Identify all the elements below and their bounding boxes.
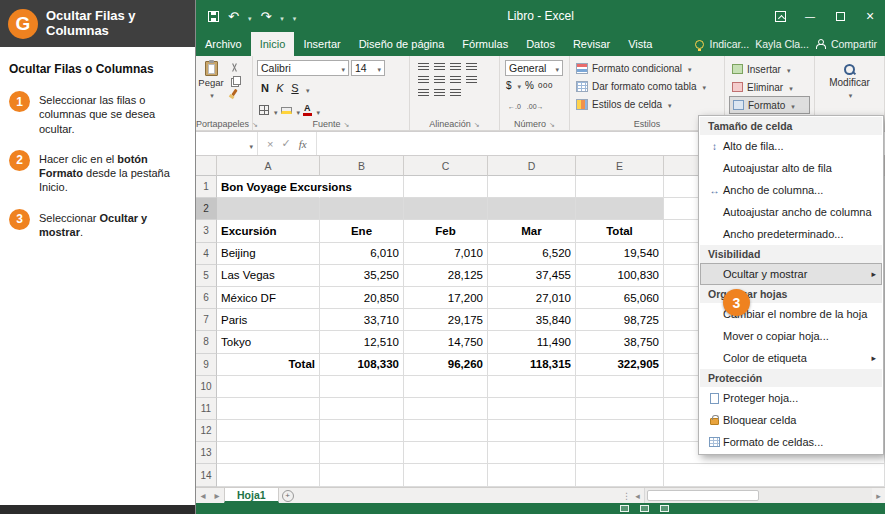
row-header-4[interactable]: 4: [196, 243, 217, 265]
row-header-9[interactable]: 9: [196, 354, 217, 376]
undo-icon[interactable]: [228, 7, 239, 25]
close-icon[interactable]: [855, 0, 885, 32]
cell-C14[interactable]: [404, 464, 488, 486]
currency-icon[interactable]: $: [506, 80, 512, 91]
menu-item-ancho-de-columna[interactable]: Ancho de columna...: [700, 179, 882, 201]
decrease-decimal-icon[interactable]: [527, 95, 544, 113]
font-size-select[interactable]: 14: [351, 60, 385, 76]
cell-C11[interactable]: [404, 398, 488, 420]
ribbon-options-icon[interactable]: [765, 0, 795, 32]
borders-caret-icon[interactable]: [272, 101, 278, 119]
cell-A12[interactable]: [217, 420, 320, 442]
hscroll-left-icon[interactable]: [631, 488, 644, 503]
cell-C13[interactable]: [404, 442, 488, 464]
cell-E10[interactable]: [576, 376, 664, 398]
cell-C9[interactable]: 96,260: [404, 354, 488, 376]
menu-item-autoajustar-alto-de-fila[interactable]: Autoajustar alto de fila: [700, 157, 882, 179]
align-bottom-icon[interactable]: [450, 63, 461, 72]
cell-E7[interactable]: 98,725: [576, 309, 664, 331]
page-layout-view-icon[interactable]: [640, 505, 649, 512]
cell-A8[interactable]: Tokyo: [217, 331, 320, 353]
menu-item-mover-o-copiar-hoja[interactable]: Mover o copiar hoja...: [700, 325, 882, 347]
insert-function-icon[interactable]: [299, 138, 307, 150]
merge-center-icon[interactable]: [450, 89, 461, 98]
cell-C4[interactable]: 7,010: [404, 243, 488, 265]
sheet-nav-left-icon[interactable]: [196, 488, 210, 503]
cell-B2[interactable]: [320, 198, 404, 220]
menu-item-ancho-predeterminado[interactable]: Ancho predeterminado...: [700, 223, 882, 245]
cell-A14[interactable]: [217, 464, 320, 486]
dialog-launcher-icon[interactable]: [471, 119, 480, 129]
cell-A2[interactable]: [217, 198, 320, 220]
cell-D2[interactable]: [488, 198, 576, 220]
cell-D10[interactable]: [488, 376, 576, 398]
increase-indent-icon[interactable]: [434, 89, 445, 98]
cell-C12[interactable]: [404, 420, 488, 442]
fill-caret-icon[interactable]: [295, 101, 301, 119]
menu-item-color-de-etiqueta[interactable]: Color de etiqueta: [700, 347, 882, 369]
cell-A10[interactable]: [217, 376, 320, 398]
share-button[interactable]: Compartir: [831, 38, 877, 50]
tab-formulas[interactable]: Fórmulas: [453, 32, 517, 56]
col-header-A[interactable]: A: [217, 156, 320, 176]
cell-B4[interactable]: 6,010: [320, 243, 404, 265]
cell-D12[interactable]: [488, 420, 576, 442]
tab-datos[interactable]: Datos: [517, 32, 564, 56]
cell-A13[interactable]: [217, 442, 320, 464]
cell-B11[interactable]: [320, 398, 404, 420]
fill-color-icon[interactable]: [281, 107, 292, 114]
redo-icon[interactable]: [260, 7, 271, 25]
format-button[interactable]: Formato: [729, 96, 810, 114]
conditional-formatting-button[interactable]: Formato condicional: [570, 59, 724, 77]
borders-icon[interactable]: [259, 105, 269, 115]
font-color-caret-icon[interactable]: [315, 101, 321, 119]
cell-E6[interactable]: 65,060: [576, 287, 664, 309]
cell-E11[interactable]: [576, 398, 664, 420]
cell-D3[interactable]: Mar: [488, 220, 576, 242]
align-right-icon[interactable]: [450, 76, 461, 85]
delete-cells-button[interactable]: Eliminar: [729, 78, 810, 96]
row-header-7[interactable]: 7: [196, 309, 217, 331]
tab-inicio[interactable]: Inicio: [251, 32, 295, 56]
cell-E14[interactable]: [576, 464, 664, 486]
tab-revisar[interactable]: Revisar: [564, 32, 619, 56]
name-box[interactable]: [196, 132, 258, 155]
menu-item-bloquear-celda[interactable]: Bloquear celda: [700, 409, 882, 431]
horizontal-scrollbar[interactable]: [644, 488, 872, 503]
tab-diseno-de-pagina[interactable]: Diseño de página: [350, 32, 454, 56]
row-header-12[interactable]: 12: [196, 420, 217, 442]
row-header-13[interactable]: 13: [196, 442, 217, 464]
italic-button[interactable]: K: [274, 82, 286, 94]
cell-B5[interactable]: 35,250: [320, 265, 404, 287]
percent-icon[interactable]: %: [525, 80, 534, 91]
insert-cells-button[interactable]: Insertar: [729, 60, 810, 78]
maximize-icon[interactable]: [825, 0, 855, 32]
align-left-icon[interactable]: [418, 76, 429, 85]
cell-B10[interactable]: [320, 376, 404, 398]
cell-C5[interactable]: 28,125: [404, 265, 488, 287]
cell-E9[interactable]: 322,905: [576, 354, 664, 376]
cut-icon[interactable]: [230, 63, 239, 72]
row-header-14[interactable]: 14: [196, 464, 217, 486]
row-header-1[interactable]: 1: [196, 176, 217, 198]
cell-D8[interactable]: 11,490: [488, 331, 576, 353]
enter-icon[interactable]: [281, 137, 290, 150]
grid-corner[interactable]: [196, 156, 217, 176]
cell-E2[interactable]: [576, 198, 664, 220]
cell-C10[interactable]: [404, 376, 488, 398]
cell-A1[interactable]: Bon Voyage Excursions: [217, 176, 320, 198]
cell-A5[interactable]: Las Vegas: [217, 265, 320, 287]
increase-decimal-icon[interactable]: [508, 95, 521, 113]
bold-button[interactable]: N: [259, 82, 271, 94]
cell-C7[interactable]: 29,175: [404, 309, 488, 331]
menu-item-autoajustar-ancho-de-columna[interactable]: Autoajustar ancho de columna: [700, 201, 882, 223]
cell-B7[interactable]: 33,710: [320, 309, 404, 331]
dialog-launcher-icon[interactable]: [341, 119, 350, 129]
row-header-10[interactable]: 10: [196, 376, 217, 398]
cell-A4[interactable]: Beijing: [217, 243, 320, 265]
cell-E1[interactable]: [576, 176, 664, 198]
save-icon[interactable]: [208, 11, 219, 22]
add-sheet-icon[interactable]: [279, 488, 297, 503]
redo-caret-icon[interactable]: [280, 7, 284, 25]
tab-vista[interactable]: Vista: [619, 32, 661, 56]
